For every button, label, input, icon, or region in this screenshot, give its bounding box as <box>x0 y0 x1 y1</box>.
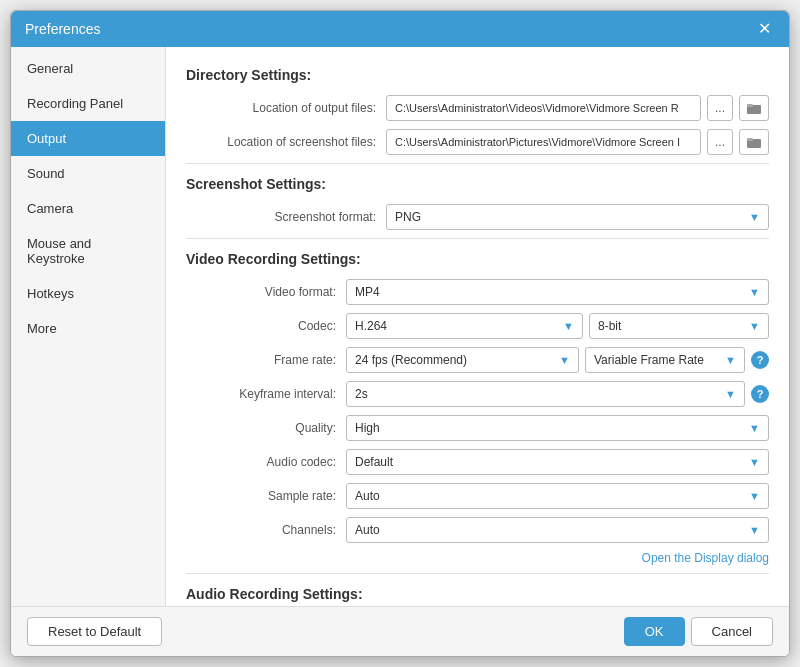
keyframe-row: Keyframe interval: 2s ▼ ? <box>186 381 769 407</box>
output-files-dots-btn[interactable]: ... <box>707 95 733 121</box>
channels-control: Auto ▼ <box>346 517 769 543</box>
dialog-title: Preferences <box>25 21 100 37</box>
keyframe-label: Keyframe interval: <box>186 387 346 401</box>
title-bar: Preferences ✕ <box>11 11 789 47</box>
video-format-control: MP4 ▼ <box>346 279 769 305</box>
audio-codec-select[interactable]: Default ▼ <box>346 449 769 475</box>
sidebar-item-output[interactable]: Output <box>11 121 165 156</box>
channels-select[interactable]: Auto ▼ <box>346 517 769 543</box>
chevron-down-icon: ▼ <box>749 422 760 434</box>
svg-rect-3 <box>747 138 753 141</box>
audio-codec-row: Audio codec: Default ▼ <box>186 449 769 475</box>
close-button[interactable]: ✕ <box>754 19 775 39</box>
quality-select[interactable]: High ▼ <box>346 415 769 441</box>
sample-rate-control: Auto ▼ <box>346 483 769 509</box>
output-files-label: Location of output files: <box>186 101 386 115</box>
codec-control: H.264 ▼ 8-bit ▼ <box>346 313 769 339</box>
channels-label: Channels: <box>186 523 346 537</box>
chevron-down-icon: ▼ <box>749 524 760 536</box>
content-area: Directory Settings: Location of output f… <box>166 47 789 606</box>
frame-rate-select[interactable]: 24 fps (Recommend) ▼ <box>346 347 579 373</box>
chevron-down-icon: ▼ <box>559 354 570 366</box>
chevron-down-icon: ▼ <box>563 320 574 332</box>
sidebar: General Recording Panel Output Sound Cam… <box>11 47 166 606</box>
sidebar-item-general[interactable]: General <box>11 51 165 86</box>
frame-rate-label: Frame rate: <box>186 353 346 367</box>
ok-button[interactable]: OK <box>624 617 685 646</box>
directory-section-title: Directory Settings: <box>186 67 769 83</box>
cancel-button[interactable]: Cancel <box>691 617 773 646</box>
sidebar-item-more[interactable]: More <box>11 311 165 346</box>
sample-rate-label: Sample rate: <box>186 489 346 503</box>
quality-label: Quality: <box>186 421 346 435</box>
screenshot-format-label: Screenshot format: <box>186 210 386 224</box>
svg-rect-1 <box>747 104 753 107</box>
output-files-control: C:\Users\Administrator\Videos\Vidmore\Vi… <box>386 95 769 121</box>
dialog-body: General Recording Panel Output Sound Cam… <box>11 47 789 606</box>
sample-rate-select[interactable]: Auto ▼ <box>346 483 769 509</box>
frame-rate-help-icon[interactable]: ? <box>751 351 769 369</box>
chevron-down-icon: ▼ <box>749 211 760 223</box>
audio-codec-label: Audio codec: <box>186 455 346 469</box>
screenshot-files-dots-btn[interactable]: ... <box>707 129 733 155</box>
keyframe-select[interactable]: 2s ▼ <box>346 381 745 407</box>
codec-select[interactable]: H.264 ▼ <box>346 313 583 339</box>
output-files-row: Location of output files: C:\Users\Admin… <box>186 95 769 121</box>
screenshot-format-select[interactable]: PNG ▼ <box>386 204 769 230</box>
screenshot-format-row: Screenshot format: PNG ▼ <box>186 204 769 230</box>
screenshot-files-row: Location of screenshot files: C:\Users\A… <box>186 129 769 155</box>
screenshot-files-control: C:\Users\Administrator\Pictures\Vidmore\… <box>386 129 769 155</box>
sidebar-item-sound[interactable]: Sound <box>11 156 165 191</box>
frame-rate-row: Frame rate: 24 fps (Recommend) ▼ Variabl… <box>186 347 769 373</box>
variable-frame-rate-select[interactable]: Variable Frame Rate ▼ <box>585 347 745 373</box>
chevron-down-icon: ▼ <box>749 320 760 332</box>
sidebar-item-recording-panel[interactable]: Recording Panel <box>11 86 165 121</box>
bit-depth-select[interactable]: 8-bit ▼ <box>589 313 769 339</box>
screenshot-section-title: Screenshot Settings: <box>186 176 769 192</box>
chevron-down-icon: ▼ <box>749 456 760 468</box>
reset-default-button[interactable]: Reset to Default <box>27 617 162 646</box>
sidebar-item-camera[interactable]: Camera <box>11 191 165 226</box>
chevron-down-icon: ▼ <box>749 490 760 502</box>
screenshot-files-label: Location of screenshot files: <box>186 135 386 149</box>
quality-row: Quality: High ▼ <box>186 415 769 441</box>
audio-codec-control: Default ▼ <box>346 449 769 475</box>
sidebar-item-mouse-keystroke[interactable]: Mouse and Keystroke <box>11 226 165 276</box>
sidebar-item-hotkeys[interactable]: Hotkeys <box>11 276 165 311</box>
video-format-label: Video format: <box>186 285 346 299</box>
screenshot-files-folder-btn[interactable] <box>739 129 769 155</box>
frame-rate-control: 24 fps (Recommend) ▼ Variable Frame Rate… <box>346 347 769 373</box>
keyframe-help-icon[interactable]: ? <box>751 385 769 403</box>
chevron-down-icon: ▼ <box>749 286 760 298</box>
output-files-folder-btn[interactable] <box>739 95 769 121</box>
screenshot-format-control: PNG ▼ <box>386 204 769 230</box>
sample-rate-row: Sample rate: Auto ▼ <box>186 483 769 509</box>
chevron-down-icon: ▼ <box>725 354 736 366</box>
codec-row: Codec: H.264 ▼ 8-bit ▼ <box>186 313 769 339</box>
footer-right: OK Cancel <box>624 617 773 646</box>
chevron-down-icon: ▼ <box>725 388 736 400</box>
codec-label: Codec: <box>186 319 346 333</box>
video-section-title: Video Recording Settings: <box>186 251 769 267</box>
video-format-row: Video format: MP4 ▼ <box>186 279 769 305</box>
channels-row: Channels: Auto ▼ <box>186 517 769 543</box>
video-format-select[interactable]: MP4 ▼ <box>346 279 769 305</box>
keyframe-control: 2s ▼ ? <box>346 381 769 407</box>
audio-section-title: Audio Recording Settings: <box>186 586 769 602</box>
screenshot-files-path: C:\Users\Administrator\Pictures\Vidmore\… <box>386 129 701 155</box>
output-files-path: C:\Users\Administrator\Videos\Vidmore\Vi… <box>386 95 701 121</box>
quality-control: High ▼ <box>346 415 769 441</box>
preferences-dialog: Preferences ✕ General Recording Panel Ou… <box>10 10 790 657</box>
dialog-footer: Reset to Default OK Cancel <box>11 606 789 656</box>
open-display-link[interactable]: Open the Display dialog <box>186 551 769 565</box>
